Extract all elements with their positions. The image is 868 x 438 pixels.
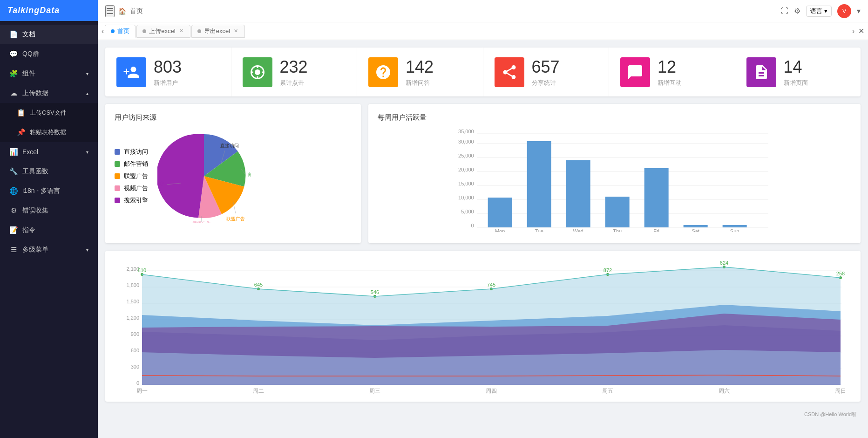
svg-text:0: 0 <box>471 223 474 228</box>
tab-home[interactable]: 首页 <box>105 25 136 38</box>
tab-upload-excel-close[interactable]: ✕ <box>178 28 184 34</box>
sidebar-label-errors: 错误收集 <box>22 206 48 215</box>
qq-icon: 💬 <box>9 50 18 58</box>
sidebar-item-components[interactable]: 🧩 组件 ▾ <box>0 64 98 83</box>
tab-upload-excel-dot <box>142 29 146 33</box>
clicks-icon <box>243 57 272 87</box>
header-right: ⛶ ⚙ 语言 ▾ V ▾ <box>781 4 861 18</box>
avatar-button[interactable]: V <box>837 4 851 18</box>
fullscreen-button[interactable]: ⛶ <box>781 7 788 15</box>
svg-text:10,000: 10,000 <box>458 195 474 200</box>
tabs-close-all-button[interactable]: ✕ <box>858 27 864 35</box>
language-button[interactable]: 语言 ▾ <box>806 6 832 17</box>
tabs-right-button[interactable]: › <box>852 27 854 35</box>
pie-chart-card: 用户访问来源 直接访问 邮件营销 联盟广告 <box>105 104 361 243</box>
svg-text:15,000: 15,000 <box>458 181 474 186</box>
sidebar-item-tools[interactable]: 🔧 工具函数 <box>0 162 98 181</box>
sidebar-item-commands[interactable]: 📝 指令 <box>0 220 98 240</box>
tab-upload-excel[interactable]: 上传excel ✕ <box>136 25 190 38</box>
sidebar-item-paste-table[interactable]: 📌 粘贴表格数据 <box>0 123 98 142</box>
pages-number: 14 <box>784 57 808 77</box>
svg-text:周日: 周日 <box>835 388 846 394</box>
svg-text:周三: 周三 <box>369 388 380 394</box>
sidebar-label-upload: 上传数据 <box>22 89 48 97</box>
svg-text:Sat: Sat <box>692 228 699 232</box>
tab-export-excel[interactable]: 导出excel ✕ <box>191 25 245 38</box>
tabs-bar: ‹ 首页 上传excel ✕ 导出excel ✕ › ✕ <box>98 22 868 40</box>
stats-row: 803 新增用户 232 累计点击 142 新增问答 <box>105 48 861 96</box>
legend-video-dot <box>115 185 120 191</box>
legend-affiliate-dot <box>115 173 120 179</box>
components-arrow: ▾ <box>86 71 88 76</box>
area-chart-svg: 0 300 600 900 1,200 1,500 1,800 2,100 周一 <box>115 260 851 390</box>
svg-text:联盟广告: 联盟广告 <box>226 216 245 221</box>
anno-6: 624 <box>720 260 728 266</box>
svg-text:35,000: 35,000 <box>458 130 474 134</box>
bar-wed <box>566 160 590 227</box>
menu-icon: ☰ <box>9 246 18 254</box>
upload-arrow: ▴ <box>86 91 88 96</box>
sidebar-menu: 📄 文档 💬 QQ群 🧩 组件 ▾ ☁ 上传数据 ▴ 📋 上传CSV文件 📌 粘… <box>0 21 98 438</box>
svg-text:30,000: 30,000 <box>458 139 474 144</box>
bar-fri <box>644 168 668 227</box>
interact-icon <box>620 57 650 87</box>
upload-icon: ☁ <box>9 89 18 97</box>
sidebar-item-i18n[interactable]: 🌐 i18n - 多语言 <box>0 181 98 201</box>
legend-search-dot <box>115 198 120 203</box>
new-users-label: 新增用户 <box>154 79 182 87</box>
sidebar-item-upload[interactable]: ☁ 上传数据 ▴ <box>0 83 98 103</box>
sidebar-label-docs: 文档 <box>22 30 35 39</box>
new-users-number: 803 <box>154 57 182 77</box>
menu-toggle-button[interactable]: ☰ <box>105 5 115 17</box>
sidebar-item-upload-csv[interactable]: 📋 上传CSV文件 <box>0 103 98 123</box>
svg-text:5,000: 5,000 <box>461 209 474 214</box>
sidebar: TalkingData 📄 文档 💬 QQ群 🧩 组件 ▾ ☁ 上传数据 ▴ 📋… <box>0 0 98 438</box>
pages-info: 14 新增页面 <box>784 57 808 87</box>
interact-number: 12 <box>658 57 682 77</box>
tabs-left-button[interactable]: ‹ <box>102 27 104 35</box>
legend-affiliate: 联盟广告 <box>115 172 148 180</box>
sidebar-label-paste: 粘贴表格数据 <box>30 128 66 137</box>
svg-text:600: 600 <box>131 348 139 353</box>
content-area: 803 新增用户 232 累计点击 142 新增问答 <box>98 40 868 438</box>
stat-card-clicks: 232 累计点击 <box>231 48 358 96</box>
svg-text:Tue: Tue <box>535 228 543 232</box>
sidebar-label-menu: 多级菜单 <box>22 246 48 254</box>
sidebar-label-tools: 工具函数 <box>22 167 48 176</box>
bar-sun <box>722 225 746 227</box>
svg-text:25,000: 25,000 <box>458 153 474 158</box>
svg-text:Sun: Sun <box>730 228 739 232</box>
avatar-arrow-button[interactable]: ▾ <box>857 7 861 15</box>
sidebar-submenu-upload: 📋 上传CSV文件 📌 粘贴表格数据 <box>0 103 98 142</box>
sidebar-item-qq[interactable]: 💬 QQ群 <box>0 44 98 64</box>
legend-email-label: 邮件营销 <box>124 160 148 168</box>
legend-email-dot <box>115 161 120 167</box>
i18n-icon: 🌐 <box>9 187 18 195</box>
legend-direct-label: 直接访问 <box>124 148 148 156</box>
share-label: 分享统计 <box>532 79 560 87</box>
sidebar-item-excel[interactable]: 📊 Excel ▾ <box>0 142 98 162</box>
settings-button[interactable]: ⚙ <box>794 7 800 15</box>
svg-text:搜索引擎: 搜索引擎 <box>157 181 164 186</box>
breadcrumb: 🏠 首页 <box>118 7 143 15</box>
svg-text:300: 300 <box>131 364 139 370</box>
anno-7: 258 <box>836 271 845 276</box>
legend-direct-dot <box>115 149 120 155</box>
qa-label: 新增问答 <box>406 79 434 87</box>
anno-1: 810 <box>138 267 146 273</box>
errors-icon: ⚙ <box>9 206 18 215</box>
sidebar-item-menu[interactable]: ☰ 多级菜单 ▾ <box>0 240 98 260</box>
svg-text:1,500: 1,500 <box>126 299 139 304</box>
sidebar-label-upload-csv: 上传CSV文件 <box>30 109 67 117</box>
svg-text:周一: 周一 <box>136 388 148 394</box>
pages-label: 新增页面 <box>784 79 808 87</box>
sidebar-item-docs[interactable]: 📄 文档 <box>0 25 98 44</box>
interact-info: 12 新增互动 <box>658 57 682 87</box>
anno-4: 745 <box>487 282 495 287</box>
tab-export-excel-close[interactable]: ✕ <box>233 28 239 34</box>
commands-icon: 📝 <box>9 226 18 234</box>
sidebar-logo[interactable]: TalkingData <box>0 0 98 21</box>
svg-point-0 <box>255 69 260 75</box>
sidebar-item-errors[interactable]: ⚙ 错误收集 <box>0 201 98 220</box>
share-number: 657 <box>532 57 560 77</box>
